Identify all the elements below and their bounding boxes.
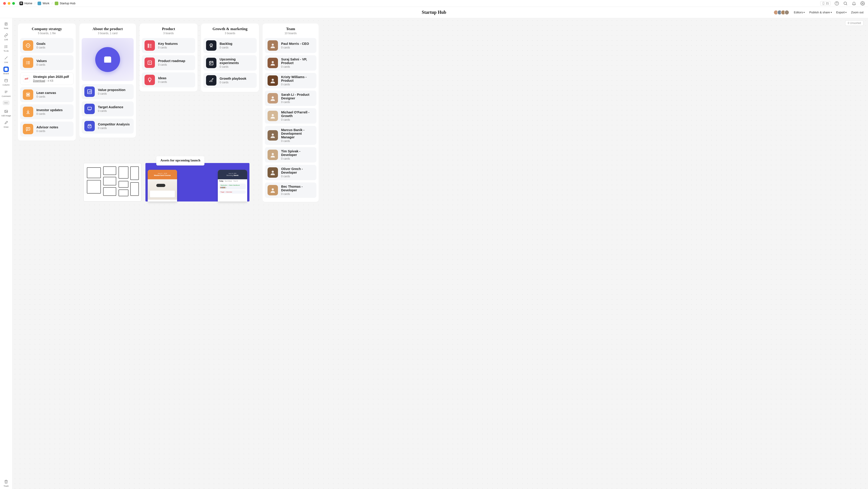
close-window-button[interactable]: [3, 2, 6, 5]
tool-link[interactable]: Link: [1, 32, 11, 42]
person-card[interactable]: Sarah Li - Product Designer 0 cards: [265, 91, 316, 106]
person-card[interactable]: Marcus Banik - Development Manager 0 car…: [265, 126, 316, 145]
board-card[interactable]: Advisor notes 0 cards: [20, 121, 73, 137]
board-card[interactable]: Upcoming experiments 0 cards: [203, 55, 257, 70]
column[interactable]: Product3 boards Key features 0 cards Pro…: [140, 24, 197, 91]
chevron-down-icon: ▾: [831, 11, 832, 13]
comment-icon: [4, 90, 8, 94]
more-tools-button[interactable]: •••: [3, 100, 9, 105]
board-card[interactable]: Lean canvas 0 cards: [20, 87, 73, 102]
board-card[interactable]: Target Audience 0 cards: [82, 102, 134, 116]
breadcrumb-item[interactable]: Work: [37, 2, 49, 5]
tool-comment[interactable]: Comment: [1, 88, 11, 99]
page-header: Startup Hub Editors▾ Publish & share▾ Ex…: [0, 7, 868, 18]
column[interactable]: Team10 boards Paul Morris - CEO 0 cards …: [262, 24, 319, 202]
card-meta: 0 cards: [281, 157, 314, 160]
column-title: Company strategy: [20, 27, 73, 31]
person-name: Tim Spivak - Developer: [281, 149, 314, 157]
column[interactable]: Company strategy5 boards, 1 file Goals 0…: [18, 24, 76, 141]
link-icon: [4, 33, 8, 37]
board-card[interactable]: Growth playbook 0 cards: [203, 73, 257, 88]
column-icon: [4, 79, 8, 83]
tool-line[interactable]: Line: [1, 54, 11, 65]
assets-label: Assets for upcoming launch: [156, 156, 205, 166]
board-card[interactable]: Value proposition 0 cards: [82, 84, 134, 99]
person-card[interactable]: Tim Spivak - Developer 0 cards: [265, 147, 316, 163]
board-card[interactable]: Investor updates 0 cards: [20, 104, 73, 119]
mobile-notification-pill[interactable]: 21: [820, 1, 831, 6]
breadcrumb-item[interactable]: MHome: [20, 2, 32, 5]
tool-label: Add image: [1, 115, 11, 117]
board-title: Advisor notes: [36, 125, 58, 129]
board-card[interactable]: Goals 0 cards: [20, 38, 73, 53]
person-avatar: [268, 150, 278, 160]
editors-dropdown[interactable]: Editors▾: [794, 11, 805, 14]
tool-image[interactable]: Add image: [1, 108, 11, 119]
board-card[interactable]: Ideas 0 cards: [142, 73, 195, 87]
board-card[interactable]: Values 0 cards: [20, 55, 73, 70]
board-card[interactable]: Product roadmap 0 cards: [142, 55, 195, 70]
board-card[interactable]: Backlog 0 cards: [203, 38, 257, 53]
hero-card[interactable]: [82, 38, 134, 81]
help-button[interactable]: [835, 1, 839, 6]
card-meta: 0 cards: [36, 46, 45, 49]
box-icon: [84, 121, 95, 131]
svg-point-10: [272, 61, 274, 63]
person-card[interactable]: Kristy Williams - Product 0 cards: [265, 73, 316, 88]
target-icon: [23, 40, 33, 51]
zoom-out-button[interactable]: Zoom out: [851, 11, 864, 14]
person-card[interactable]: Suraj Sahni - VP, Product 0 cards: [265, 55, 316, 70]
export-dropdown[interactable]: Export▾: [836, 11, 847, 14]
column[interactable]: Growth & marketing3 boards Backlog 0 car…: [201, 24, 259, 92]
person-card[interactable]: Michael O'Farrell - Growth 0 cards: [265, 108, 316, 124]
minimize-window-button[interactable]: [8, 2, 10, 5]
board-title: Goals: [36, 42, 45, 46]
person-card[interactable]: Oliver Grech - Developer 0 cards: [265, 165, 316, 180]
publish-share-dropdown[interactable]: Publish & share▾: [809, 11, 832, 14]
person-name: Kristy Williams - Product: [281, 75, 314, 82]
unsorted-pill[interactable]: 0 Unsorted: [845, 20, 864, 26]
card-meta: 0 cards: [281, 83, 314, 86]
maximize-window-button[interactable]: [12, 2, 15, 5]
column[interactable]: About the product3 boards, 1 card Value …: [80, 24, 136, 138]
svg-point-11: [272, 79, 274, 81]
editor-avatars[interactable]: [773, 10, 789, 15]
canvas[interactable]: 0 Unsorted Company strategy5 boards, 1 f…: [12, 18, 868, 489]
tool-column[interactable]: Column: [1, 77, 11, 88]
svg-line-5: [846, 4, 847, 5]
tool-note[interactable]: Note: [1, 20, 11, 31]
tool-label: Comment: [2, 95, 10, 97]
person-card[interactable]: Bec Thomas - Developer 0 cards: [265, 182, 316, 198]
launch-assets-image[interactable]: Assets for upcoming launch June 11 · 10:…: [146, 163, 249, 201]
chevron-down-icon: ▾: [845, 11, 846, 13]
tool-trash[interactable]: Trash: [1, 478, 11, 489]
tool-draw[interactable]: Draw: [1, 119, 11, 130]
person-avatar: [268, 40, 278, 51]
note-icon: [4, 22, 8, 26]
svg-point-12: [272, 96, 274, 98]
breadcrumb-item[interactable]: Startup Hub: [55, 2, 75, 5]
notification-count: 21: [826, 2, 829, 5]
search-button[interactable]: [843, 1, 848, 6]
notifications-button[interactable]: [852, 1, 856, 6]
board-card[interactable]: Key features 0 cards: [142, 38, 195, 53]
wireframe-sketch-image[interactable]: [84, 163, 141, 201]
breadcrumb: MHome/Work/Startup Hub: [20, 2, 75, 5]
tool-board[interactable]: Board: [1, 66, 11, 77]
svg-point-17: [272, 189, 274, 191]
board-title: Ideas: [158, 76, 167, 80]
person-avatar: [268, 111, 278, 121]
board-card[interactable]: Competitor Analysis 0 cards: [82, 119, 134, 134]
svg-point-15: [272, 153, 274, 155]
card-meta: 0 cards: [158, 46, 178, 49]
person-card[interactable]: Paul Morris - CEO 0 cards: [265, 38, 316, 53]
file-card[interactable]: pdf Strategic plan 2020.pdf Download - 4…: [20, 73, 73, 85]
breadcrumb-icon: [55, 2, 58, 5]
breadcrumb-label: Work: [42, 2, 49, 5]
download-link[interactable]: Download: [33, 79, 45, 82]
tool-todo[interactable]: To-do: [1, 43, 11, 54]
svg-point-3: [837, 4, 837, 4]
person-avatar: [268, 130, 278, 141]
chat-icon: [23, 124, 33, 134]
settings-button[interactable]: [860, 1, 865, 6]
